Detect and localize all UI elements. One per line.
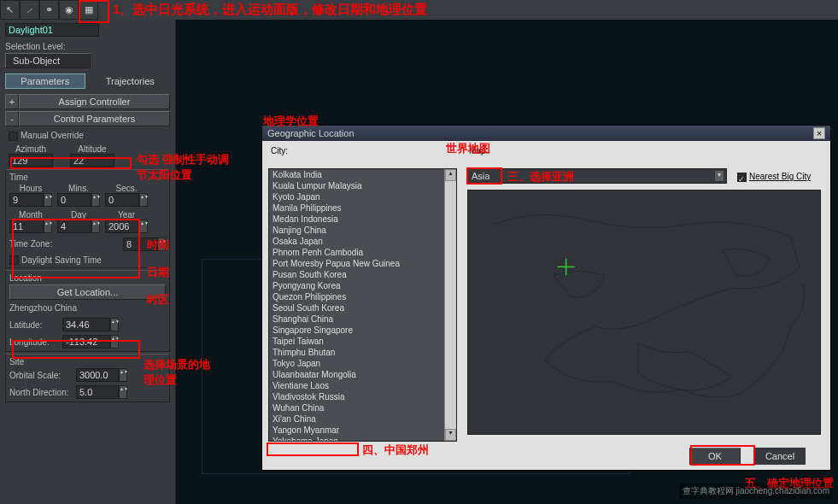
mins-spinner[interactable]: ▲▼ bbox=[91, 193, 100, 207]
anno-6: 选择场景的地理位置 bbox=[144, 357, 220, 388]
assign-expand-button[interactable]: + bbox=[5, 94, 19, 109]
orbital-label: Orbital Scale: bbox=[9, 371, 71, 380]
north-spinner[interactable]: ▲▼ bbox=[119, 385, 127, 399]
nearest-label: Nearest Big City bbox=[749, 172, 811, 181]
city-item[interactable]: Manila Philippines bbox=[269, 202, 456, 214]
control-parameters-rollout[interactable]: Control Parameters bbox=[19, 111, 170, 126]
anno-box-ok bbox=[690, 445, 755, 466]
year-spinner[interactable]: ▲▼ bbox=[139, 220, 148, 233]
latitude-field[interactable] bbox=[62, 318, 110, 331]
city-item[interactable]: Medan Indonesia bbox=[269, 214, 456, 225]
city-item[interactable]: Kyoto Japan bbox=[269, 191, 456, 202]
trajectories-tab[interactable]: Trajectories bbox=[91, 73, 171, 89]
latitude-spinner[interactable]: ▲▼ bbox=[110, 318, 119, 331]
city-item[interactable]: Ulaanbaatar Mongolia bbox=[269, 369, 456, 380]
altitude-label: Altitude bbox=[70, 144, 114, 154]
anno-10: 四、中国郑州 bbox=[362, 442, 429, 458]
city-item[interactable]: Vladivostok Russia bbox=[269, 391, 456, 402]
anno-5: 时区 bbox=[147, 292, 169, 308]
city-item[interactable]: Pyongyang Korea bbox=[269, 280, 456, 291]
anno-9: 三、选择亚洲 bbox=[507, 169, 574, 185]
anno-box-time bbox=[12, 219, 140, 278]
secs-label: Secs. bbox=[105, 184, 148, 193]
city-item[interactable]: Tokyo Japan bbox=[269, 358, 456, 369]
anno-box-zhengzhou bbox=[267, 442, 359, 456]
parameters-tab[interactable]: Parameters bbox=[5, 73, 85, 89]
motion-icon[interactable]: ◉ bbox=[59, 0, 79, 20]
orbital-spinner[interactable]: ▲▼ bbox=[119, 368, 127, 382]
chevron-down-icon[interactable]: ▼ bbox=[714, 170, 724, 182]
anno-7: 地理学位置 bbox=[263, 114, 319, 129]
mins-label: Mins. bbox=[57, 184, 100, 193]
anno-4: 日期 bbox=[147, 265, 169, 280]
assign-controller-rollout[interactable]: Assign Controller bbox=[19, 94, 170, 109]
year-label: Year bbox=[105, 210, 148, 220]
sub-object-button[interactable]: Sub-Object bbox=[5, 53, 91, 68]
city-item[interactable]: Phnom Penh Cambodia bbox=[269, 247, 456, 258]
control-expand-button[interactable]: - bbox=[5, 111, 19, 126]
anno-box-manual bbox=[10, 157, 132, 169]
world-map[interactable] bbox=[467, 190, 821, 435]
cancel-button[interactable]: Cancel bbox=[754, 448, 806, 465]
city-item[interactable]: Vientiane Laos bbox=[269, 380, 456, 391]
hierarchy-icon[interactable]: ⚭ bbox=[39, 0, 59, 20]
location-city-label: Zhengzhou China bbox=[9, 303, 166, 313]
hours-label: Hours bbox=[9, 184, 52, 193]
nearest-checkbox[interactable] bbox=[737, 173, 747, 182]
selection-level-label: Selection Level: bbox=[5, 42, 170, 51]
secs-field[interactable] bbox=[105, 193, 139, 207]
city-item[interactable]: Port Moresby Papua New Guinea bbox=[269, 258, 456, 269]
north-label: North Direction: bbox=[9, 388, 71, 397]
manual-override-label: Manual Override bbox=[21, 131, 84, 140]
city-item[interactable]: Quezon Philippines bbox=[269, 291, 456, 302]
map-dropdown[interactable]: Asia▼ bbox=[467, 168, 727, 184]
latitude-label: Latitude: bbox=[9, 320, 57, 330]
anno-8: 世界地图 bbox=[446, 141, 490, 156]
watermark: 查字典教程网 jiaocheng.chazidian.com bbox=[679, 483, 833, 499]
mins-field[interactable] bbox=[57, 193, 91, 207]
north-field[interactable] bbox=[76, 385, 119, 399]
anno-box-getloc bbox=[12, 340, 140, 359]
scrollbar[interactable]: ▲▼ bbox=[444, 169, 456, 441]
city-item[interactable]: Pusan South Korea bbox=[269, 269, 456, 280]
link-icon[interactable]: ⟋ bbox=[20, 0, 39, 20]
city-item[interactable]: Singapore Singapore bbox=[269, 325, 456, 336]
city-item[interactable]: Nanjing China bbox=[269, 225, 456, 236]
city-item[interactable]: Shanghai China bbox=[269, 314, 456, 325]
city-item[interactable]: Taipei Taiwan bbox=[269, 336, 456, 347]
anno-box-motion-icon bbox=[79, 0, 109, 23]
city-item[interactable]: Thimphu Bhutan bbox=[269, 347, 456, 358]
azimuth-label: Azimuth bbox=[9, 144, 53, 154]
anno-2: 勾选 强制性手动调节太阳位置 bbox=[137, 152, 239, 183]
anno-3: 时间 bbox=[147, 237, 169, 253]
city-label: City: bbox=[271, 146, 288, 155]
orbital-field[interactable] bbox=[76, 368, 119, 382]
anno-1: 1、选中日光系统，进入运动面版，修改日期和地理位置 bbox=[113, 2, 427, 18]
hours-spinner[interactable]: ▲▼ bbox=[44, 193, 52, 207]
hours-field[interactable] bbox=[9, 193, 44, 207]
arrow-icon[interactable]: ↖ bbox=[0, 0, 20, 20]
object-name-field[interactable] bbox=[5, 23, 99, 37]
city-item[interactable]: Wuhan China bbox=[269, 402, 456, 413]
city-item[interactable]: Kolkata India bbox=[269, 169, 456, 180]
anno-box-asia bbox=[466, 167, 502, 185]
dialog-titlebar[interactable]: Geographic Location× bbox=[262, 126, 830, 141]
secs-spinner[interactable]: ▲▼ bbox=[139, 193, 148, 207]
dialog-title: Geographic Location bbox=[267, 128, 355, 138]
city-item[interactable]: Xi'an China bbox=[269, 413, 456, 425]
manual-override-checkbox[interactable] bbox=[9, 132, 18, 141]
city-item[interactable]: Yangon Myanmar bbox=[269, 425, 456, 436]
city-item[interactable]: Kuala Lumpur Malaysia bbox=[269, 180, 456, 191]
city-item[interactable]: Seoul South Korea bbox=[269, 302, 456, 314]
month-label: Month bbox=[9, 210, 52, 220]
get-location-button[interactable]: Get Location... bbox=[9, 284, 166, 300]
city-item[interactable]: Osaka Japan bbox=[269, 236, 456, 247]
close-icon[interactable]: × bbox=[813, 127, 825, 139]
city-listbox[interactable]: Kolkata IndiaKuala Lumpur MalaysiaKyoto … bbox=[268, 168, 457, 442]
day-label: Day bbox=[57, 210, 100, 220]
city-item[interactable]: Yokohama Japan bbox=[269, 436, 456, 442]
